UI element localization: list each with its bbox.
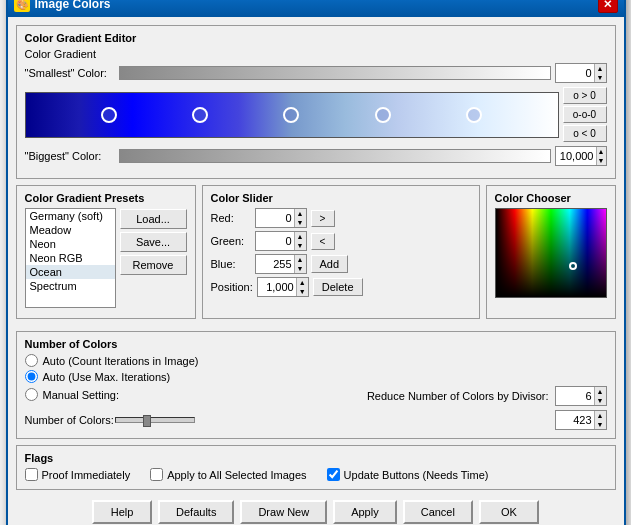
- presets-section: Color Gradient Presets Germany (soft) Me…: [16, 185, 196, 319]
- gradient-dot-3[interactable]: [283, 107, 299, 123]
- radio-manual-label: Manual Setting:: [43, 389, 119, 401]
- list-item[interactable]: Germany (soft): [26, 209, 115, 223]
- load-button[interactable]: Load...: [120, 209, 187, 229]
- num-colors-row2: Number of Colors: ▲ ▼: [25, 410, 607, 430]
- num-colors-up[interactable]: ▲: [595, 411, 606, 420]
- smallest-spin-up[interactable]: ▲: [595, 64, 606, 73]
- apply-button[interactable]: Apply: [333, 500, 397, 524]
- gradient-dot-5[interactable]: [466, 107, 482, 123]
- defaults-button[interactable]: Defaults: [158, 500, 234, 524]
- color-slider-section: Color Slider Red: ▲ ▼ > Green:: [202, 185, 480, 319]
- proof-checkbox[interactable]: [25, 468, 38, 481]
- reduce-down[interactable]: ▼: [595, 396, 606, 405]
- back-color-btn[interactable]: <: [311, 233, 335, 250]
- radio-row-3: Manual Setting:: [25, 388, 367, 401]
- reduce-up[interactable]: ▲: [595, 387, 606, 396]
- biggest-value-input[interactable]: [556, 147, 596, 165]
- num-colors-thumb[interactable]: [143, 415, 151, 427]
- biggest-spin-down[interactable]: ▼: [597, 156, 606, 165]
- blue-label: Blue:: [211, 258, 251, 270]
- list-item[interactable]: Neon: [26, 237, 115, 251]
- cancel-button[interactable]: Cancel: [403, 500, 473, 524]
- green-spin-arrows: ▲ ▼: [294, 232, 306, 250]
- green-label: Green:: [211, 235, 251, 247]
- blue-row: Blue: ▲ ▼ Add: [211, 254, 471, 274]
- color-gradient-sublabel: Color Gradient: [25, 48, 607, 60]
- list-item[interactable]: Ocean: [26, 265, 115, 279]
- biggest-slider-track[interactable]: [119, 149, 551, 163]
- position-up[interactable]: ▲: [297, 278, 308, 287]
- draw-new-button[interactable]: Draw New: [240, 500, 327, 524]
- color-chooser-canvas[interactable]: [495, 208, 607, 298]
- radio-auto-max[interactable]: [25, 370, 38, 383]
- blue-input[interactable]: [256, 255, 294, 273]
- reduce-spin-arrows: ▲ ▼: [594, 387, 606, 405]
- num-colors-input[interactable]: [556, 411, 594, 429]
- list-item[interactable]: Meadow: [26, 223, 115, 237]
- radio-auto-count[interactable]: [25, 354, 38, 367]
- gradient-dot-1[interactable]: [101, 107, 117, 123]
- blue-spin: ▲ ▼: [255, 254, 307, 274]
- smallest-value-input[interactable]: [556, 64, 594, 82]
- add-color-btn[interactable]: Add: [311, 255, 349, 273]
- help-button[interactable]: Help: [92, 500, 152, 524]
- delete-color-btn[interactable]: Delete: [313, 278, 363, 296]
- blue-down[interactable]: ▼: [295, 264, 306, 273]
- forward-color-btn[interactable]: >: [311, 210, 335, 227]
- gradient-dot-4[interactable]: [375, 107, 391, 123]
- reduce-input[interactable]: [556, 387, 594, 405]
- smallest-slider-track[interactable]: [119, 66, 551, 80]
- apply-all-label: Apply to All Selected Images: [167, 469, 306, 481]
- position-spin: ▲ ▼: [257, 277, 309, 297]
- green-row: Green: ▲ ▼ <: [211, 231, 471, 251]
- reduce-container: Reduce Number of Colors by Divisor: ▲ ▼: [367, 386, 607, 406]
- smallest-color-label: "Smallest" Color:: [25, 67, 115, 79]
- update-buttons-checkbox[interactable]: [327, 468, 340, 481]
- gradient-bar[interactable]: [25, 92, 559, 138]
- red-down[interactable]: ▼: [295, 218, 306, 227]
- list-item[interactable]: Neon RGB: [26, 251, 115, 265]
- presets-inner: Germany (soft) Meadow Neon Neon RGB Ocea…: [25, 208, 187, 312]
- remove-button[interactable]: Remove: [120, 255, 187, 275]
- radio-row-1: Auto (Count Iterations in Image): [25, 354, 607, 367]
- forward-btn[interactable]: o > 0: [563, 87, 607, 104]
- list-item[interactable]: Spectrum: [26, 279, 115, 293]
- radio-manual[interactable]: [25, 388, 38, 401]
- num-colors-spin: ▲ ▼: [555, 410, 607, 430]
- smallest-spin-arrows: ▲ ▼: [594, 64, 606, 82]
- green-down[interactable]: ▼: [295, 241, 306, 250]
- window-icon: 🎨: [14, 0, 30, 12]
- close-button[interactable]: ✕: [598, 0, 618, 13]
- green-spin: ▲ ▼: [255, 231, 307, 251]
- red-input[interactable]: [256, 209, 294, 227]
- red-row: Red: ▲ ▼ >: [211, 208, 471, 228]
- green-input[interactable]: [256, 232, 294, 250]
- back-btn[interactable]: o < 0: [563, 125, 607, 142]
- radio-row-3-container: Manual Setting: Reduce Number of Colors …: [25, 386, 607, 406]
- num-colors-slider[interactable]: [115, 417, 195, 423]
- biggest-color-row: "Biggest" Color: ▲ ▼: [25, 146, 607, 166]
- blue-up[interactable]: ▲: [295, 255, 306, 264]
- position-down[interactable]: ▼: [297, 287, 308, 296]
- apply-all-checkbox[interactable]: [150, 468, 163, 481]
- presets-listbox[interactable]: Germany (soft) Meadow Neon Neon RGB Ocea…: [25, 208, 116, 308]
- num-colors-section: Number of Colors Auto (Count Iterations …: [16, 331, 616, 439]
- gradient-right-buttons: o > 0 o-o-0 o < 0: [563, 87, 607, 142]
- biggest-spin-up[interactable]: ▲: [597, 147, 606, 156]
- reset-btn[interactable]: o-o-0: [563, 106, 607, 123]
- color-chooser-dot[interactable]: [569, 262, 577, 270]
- position-input[interactable]: [258, 278, 296, 296]
- green-up[interactable]: ▲: [295, 232, 306, 241]
- num-colors-down[interactable]: ▼: [595, 420, 606, 429]
- ok-button[interactable]: OK: [479, 500, 539, 524]
- radio-auto-count-label: Auto (Count Iterations in Image): [43, 355, 199, 367]
- smallest-spin-down[interactable]: ▼: [595, 73, 606, 82]
- gradient-bar-container: o > 0 o-o-0 o < 0: [25, 87, 607, 142]
- reduce-spin: ▲ ▼: [555, 386, 607, 406]
- flags-label: Flags: [25, 452, 607, 464]
- update-buttons-label: Update Buttons (Needs Time): [344, 469, 489, 481]
- save-button[interactable]: Save...: [120, 232, 187, 252]
- red-up[interactable]: ▲: [295, 209, 306, 218]
- gradient-dot-2[interactable]: [192, 107, 208, 123]
- flags-row: Proof Immediately Apply to All Selected …: [25, 468, 607, 481]
